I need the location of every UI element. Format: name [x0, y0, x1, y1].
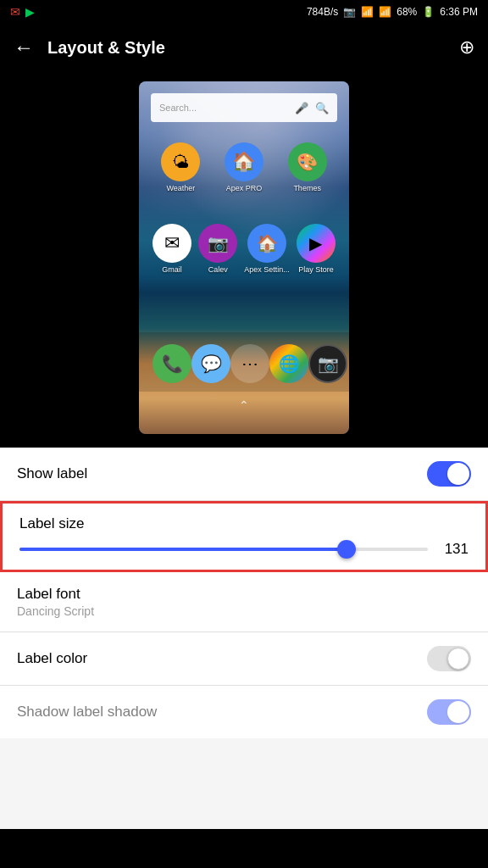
slider-container[interactable]: [19, 541, 428, 558]
search-add-button[interactable]: ⊕: [459, 36, 474, 58]
slider-track: [19, 548, 428, 551]
slider-row: 131: [19, 541, 469, 558]
app-gmail[interactable]: ✉ Gmail: [152, 224, 191, 274]
back-button[interactable]: ←: [14, 36, 34, 59]
dock-phone[interactable]: 📞: [152, 344, 191, 383]
dock-apps[interactable]: ⋯: [230, 344, 269, 383]
messages-icon: 💬: [191, 344, 230, 383]
apps-row-2: ✉ Gmail 📷 Calev 🏠 Apex Settin... ▶ Play …: [139, 224, 349, 274]
label-size-row: Label size 131: [0, 501, 488, 572]
show-label-toggle[interactable]: [427, 461, 471, 487]
playstore-label: Play Store: [298, 265, 334, 274]
label-font-row[interactable]: Label font Dancing Script: [0, 572, 488, 632]
mic-icon: 🎤: [295, 102, 308, 114]
play-store-icon: ▶: [25, 5, 35, 19]
screenshot-icon: 📷: [343, 6, 356, 18]
gmail-app-icon: ✉: [152, 224, 191, 263]
all-apps-icon: ⋯: [230, 344, 269, 383]
slider-value: 131: [438, 541, 469, 558]
label-font-title: Label font: [17, 586, 94, 603]
nav-dots: ⌃: [239, 398, 249, 412]
weather-icon: 🌤: [161, 142, 200, 181]
label-color-toggle[interactable]: [427, 646, 471, 671]
app-apex-pro[interactable]: 🏠 Apex PRO: [225, 142, 263, 192]
apex-icon: 🏠: [225, 142, 263, 181]
battery-icon: 🔋: [422, 6, 435, 18]
phone-preview-wrapper: Search... 🎤 🔍 🌤 Weather 🏠 Apex PRO 🎨 The…: [0, 71, 488, 448]
status-bar-left: ✉ ▶: [10, 5, 35, 19]
app-play-store[interactable]: ▶ Play Store: [297, 224, 336, 274]
slider-thumb[interactable]: [337, 540, 356, 559]
top-bar: ← Layout & Style ⊕: [0, 24, 488, 71]
app-calev[interactable]: 📷 Calev: [198, 224, 237, 274]
slider-fill: [19, 548, 347, 551]
apex-label: Apex PRO: [226, 184, 263, 192]
themes-label: Themes: [293, 184, 321, 192]
phone-search-text: Search...: [159, 103, 288, 113]
signal-icon: 📶: [379, 6, 391, 18]
weather-label: Weather: [166, 184, 195, 192]
network-speed: 784B/s: [307, 6, 338, 18]
app-themes[interactable]: 🎨 Themes: [288, 142, 327, 192]
apps-row-1: 🌤 Weather 🏠 Apex PRO 🎨 Themes: [139, 142, 349, 192]
dock: 📞 💬 ⋯ 🌐 📷: [139, 336, 349, 392]
calev-icon: 📷: [198, 224, 237, 263]
calev-label: Calev: [208, 265, 228, 274]
status-bar-right: 784B/s 📷 📶 📶 68% 🔋 6:36 PM: [307, 6, 478, 18]
label-color-row: Label color: [0, 632, 488, 686]
show-label-text: Show label: [17, 465, 87, 482]
page-title: Layout & Style: [47, 38, 446, 58]
label-color-text: Label color: [17, 650, 87, 667]
settings-area: Show label Label size 131 Label font Dan…: [0, 448, 488, 829]
shadow-toggle[interactable]: [427, 699, 471, 725]
label-size-title: Label size: [19, 515, 469, 532]
status-bar: ✉ ▶ 784B/s 📷 📶 📶 68% 🔋 6:36 PM: [0, 0, 488, 24]
shadow-label-row: Shadow label shadow: [0, 686, 488, 738]
wifi-icon: 📶: [361, 6, 374, 18]
color-toggle-knob: [447, 648, 469, 670]
show-label-row: Show label: [0, 448, 488, 501]
phone-icon: 📞: [152, 344, 191, 383]
apexset-label: Apex Settin...: [244, 265, 290, 274]
label-font-content: Label font Dancing Script: [17, 586, 94, 618]
phone-preview: Search... 🎤 🔍 🌤 Weather 🏠 Apex PRO 🎨 The…: [139, 81, 349, 434]
battery-percent: 68%: [396, 6, 417, 18]
toggle-knob: [447, 463, 469, 485]
shadow-toggle-knob: [447, 701, 469, 723]
apexset-icon: 🏠: [247, 224, 286, 263]
gmail-notification-icon: ✉: [10, 5, 20, 19]
camera-icon: 📷: [308, 344, 347, 383]
search-icon: 🔍: [315, 102, 329, 114]
phone-search-bar[interactable]: Search... 🎤 🔍: [151, 93, 337, 122]
dock-messages[interactable]: 💬: [191, 344, 230, 383]
time: 6:36 PM: [440, 6, 478, 18]
themes-icon: 🎨: [288, 142, 327, 181]
playstore-icon: ▶: [297, 224, 336, 263]
gmail-label: Gmail: [162, 265, 182, 274]
shadow-label-text: Shadow label shadow: [17, 704, 157, 721]
chrome-icon: 🌐: [269, 344, 308, 383]
app-weather[interactable]: 🌤 Weather: [161, 142, 200, 192]
dock-chrome[interactable]: 🌐: [269, 344, 308, 383]
dock-camera[interactable]: 📷: [308, 344, 347, 383]
label-font-value: Dancing Script: [17, 604, 94, 618]
app-apex-settings[interactable]: 🏠 Apex Settin...: [244, 224, 290, 274]
